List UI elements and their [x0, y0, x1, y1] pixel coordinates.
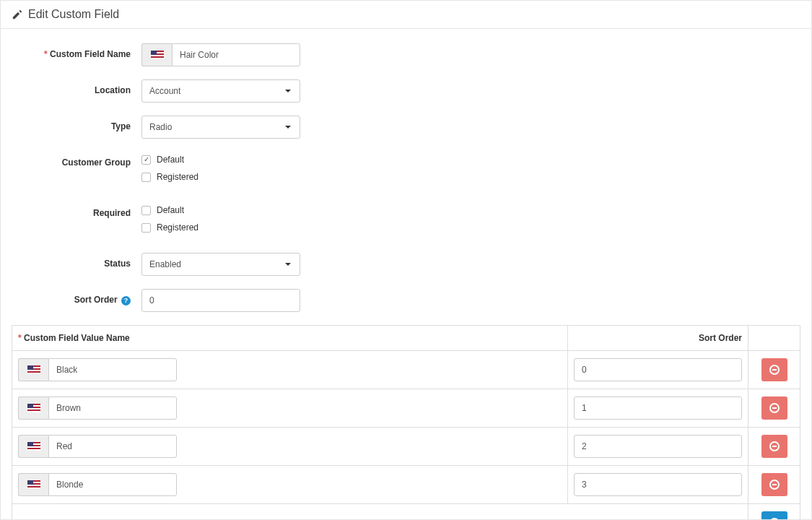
custom-field-name-input[interactable] — [172, 43, 300, 66]
row-customer-group: Customer Group Default Registered — [12, 152, 800, 189]
value-name-input-group — [18, 396, 177, 420]
value-action-cell — [748, 351, 800, 389]
req-default-checkbox[interactable]: Default — [141, 205, 198, 215]
value-sort-cell — [568, 389, 748, 428]
flag-addon — [18, 396, 48, 420]
cg-default-checkbox[interactable]: Default — [141, 155, 198, 165]
form-area: * Custom Field Name Location Account Typ… — [1, 29, 811, 520]
input-group-name — [141, 43, 300, 66]
value-name-input[interactable] — [48, 435, 177, 458]
minus-circle-icon — [769, 480, 780, 490]
row-custom-field-name: * Custom Field Name — [12, 43, 800, 66]
status-select[interactable]: Enabled — [141, 253, 300, 276]
uk-flag-icon — [27, 480, 40, 489]
uk-flag-icon — [151, 51, 164, 59]
col-header-action — [748, 326, 800, 351]
checkbox-icon — [141, 173, 151, 182]
checkbox-icon — [141, 206, 151, 215]
help-icon[interactable]: ? — [121, 296, 131, 306]
caret-down-icon — [285, 90, 291, 92]
value-action-cell — [748, 428, 800, 466]
col-header-name: * Custom Field Value Name — [12, 326, 568, 351]
value-sort-cell — [568, 351, 748, 389]
custom-field-values-table: * Custom Field Value Name Sort Order — [12, 325, 800, 520]
row-required: Required Default Registered — [12, 202, 800, 240]
row-type: Type Radio — [12, 116, 800, 139]
row-location: Location Account — [12, 79, 800, 103]
value-name-input[interactable] — [48, 396, 177, 420]
value-sort-cell — [568, 466, 748, 504]
location-select[interactable]: Account — [141, 79, 300, 103]
label-custom-field-name: * Custom Field Name — [12, 43, 141, 59]
remove-value-button[interactable] — [761, 473, 787, 496]
caret-down-icon — [285, 126, 291, 129]
table-row — [12, 351, 800, 389]
value-name-input-group — [18, 473, 177, 496]
remove-value-button[interactable] — [761, 358, 787, 381]
edit-custom-field-panel: Edit Custom Field * Custom Field Name Lo… — [0, 0, 812, 520]
checkbox-icon — [141, 155, 151, 165]
row-sort-order: Sort Order ? — [12, 289, 800, 312]
panel-heading: Edit Custom Field — [1, 1, 811, 29]
table-row — [12, 389, 800, 428]
row-status: Status Enabled — [12, 253, 800, 276]
value-name-cell — [12, 351, 568, 389]
label-sort-order: Sort Order ? — [12, 289, 141, 306]
uk-flag-icon — [27, 442, 40, 451]
uk-flag-icon — [27, 404, 40, 412]
panel-title: Edit Custom Field — [28, 8, 119, 21]
add-row-cell — [748, 504, 800, 521]
type-select[interactable]: Radio — [141, 116, 300, 139]
flag-addon — [18, 473, 48, 496]
value-name-input[interactable] — [48, 358, 177, 381]
col-header-sort: Sort Order — [568, 326, 748, 351]
flag-addon — [18, 435, 48, 458]
label-status: Status — [12, 253, 141, 269]
req-registered-checkbox[interactable]: Registered — [141, 222, 198, 233]
value-sort-cell — [568, 428, 748, 466]
sort-order-input[interactable] — [141, 289, 300, 312]
table-row — [12, 428, 800, 466]
label-required: Required — [12, 202, 141, 218]
minus-circle-icon — [769, 441, 780, 451]
value-sort-input[interactable] — [574, 396, 742, 420]
remove-value-button[interactable] — [761, 396, 787, 420]
cg-registered-checkbox[interactable]: Registered — [141, 172, 198, 182]
minus-circle-icon — [769, 403, 780, 413]
value-action-cell — [748, 466, 800, 504]
uk-flag-icon — [27, 365, 40, 374]
remove-value-button[interactable] — [761, 435, 787, 458]
value-sort-input[interactable] — [574, 435, 742, 458]
caret-down-icon — [285, 263, 291, 266]
value-sort-input[interactable] — [574, 358, 742, 381]
label-customer-group: Customer Group — [12, 152, 141, 168]
minus-circle-icon — [769, 365, 780, 375]
required-checklist: Default Registered — [141, 202, 198, 240]
pencil-icon — [12, 9, 22, 20]
value-name-input[interactable] — [48, 473, 177, 496]
add-value-button[interactable] — [761, 511, 787, 520]
flag-addon — [18, 358, 48, 381]
flag-addon — [141, 43, 172, 66]
value-name-cell — [12, 389, 568, 428]
value-name-cell — [12, 466, 568, 504]
value-sort-input[interactable] — [574, 473, 742, 496]
value-name-input-group — [18, 358, 177, 381]
checkbox-icon — [141, 223, 151, 233]
customer-group-checklist: Default Registered — [141, 152, 198, 189]
label-type: Type — [12, 116, 141, 131]
table-row — [12, 466, 800, 504]
value-name-cell — [12, 428, 568, 466]
value-action-cell — [748, 389, 800, 428]
value-name-input-group — [18, 435, 177, 458]
label-location: Location — [12, 79, 141, 95]
